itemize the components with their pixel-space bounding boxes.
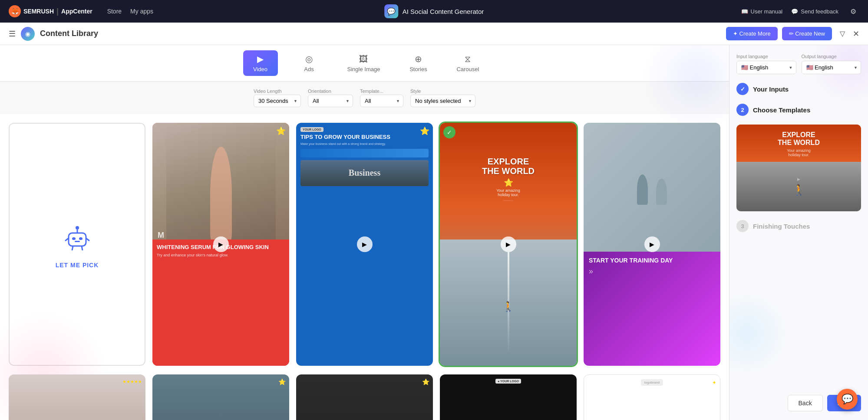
user-manual-label: User manual	[751, 8, 783, 15]
style-select[interactable]: No styles selected Modern Classic Minima…	[410, 95, 475, 107]
play-button-explore[interactable]: ▶	[501, 236, 516, 252]
template-card-red[interactable]: ⭐ ● ▶ M WHITENING SERUM FOR G	[152, 123, 289, 366]
output-language-select-wrapper: 🇺🇸 English 🇫🇷 French 🇩🇪 German	[802, 61, 861, 74]
top-nav: 🦊 SEMRUSH | AppCenter Store My apps 💬 AI…	[0, 0, 868, 23]
preview-inner: ExploreThe World Your amazingholiday tou…	[736, 125, 861, 211]
stories-tab-label: Stories	[409, 66, 427, 72]
style-filter: Style No styles selected Modern Classic …	[410, 89, 475, 107]
step-1-title: Your Inputs	[753, 85, 789, 93]
person-body	[210, 147, 232, 242]
minimal-logo-badge: logobrand	[641, 379, 663, 386]
appcenter-label: AppCenter	[61, 8, 92, 15]
close-icon[interactable]: ✕	[853, 29, 859, 39]
explore-star: ⭐	[440, 178, 577, 187]
app-title: AI Social Content Generator	[403, 8, 484, 15]
user-manual-btn[interactable]: 📖 User manual	[741, 8, 783, 15]
filter-icon[interactable]: ▽	[840, 30, 845, 38]
play-button[interactable]: ▶	[213, 236, 229, 252]
template-card-explore[interactable]: ✓ ▶ ExploreThe World ⭐ Your amazingholid…	[440, 123, 577, 366]
tab-video[interactable]: ▶ Video	[243, 50, 278, 76]
preview-top: ExploreThe World Your amazingholiday tou…	[736, 125, 861, 164]
step-1-circle: ✓	[736, 83, 749, 95]
fashion-stars: ★★★★★	[122, 377, 142, 385]
store-link[interactable]: Store	[107, 8, 122, 15]
settings-icon[interactable]: ⚙	[847, 5, 859, 17]
orientation-filter: Orientation All Portrait Landscape Squar…	[308, 89, 353, 107]
let-me-pick-label: LET ME PICK	[56, 262, 99, 269]
svg-rect-0	[69, 233, 86, 246]
input-language-select[interactable]: 🇺🇸 English 🇫🇷 French 🇩🇪 German	[736, 61, 796, 74]
video-length-select[interactable]: 30 Seconds 15 Seconds 60 Seconds	[254, 95, 301, 107]
explore-desc: Your amazingholiday tour.	[440, 188, 577, 197]
training-overlay: START your training day »	[584, 252, 720, 366]
svg-line-8	[72, 246, 73, 250]
play-button-blue[interactable]: ▶	[357, 236, 373, 252]
template-card-special-price[interactable]: ● YOUR LOGO SPECIAL PRICE	[440, 374, 577, 420]
content-area: ▶ Video ◎ Ads 🖼 Single Image ⊕ Stories ⧖…	[0, 45, 729, 420]
video-length-label: Video Length	[254, 89, 301, 94]
let-me-pick-card[interactable]: LET ME PICK	[9, 123, 145, 366]
carousel-tab-label: Carousel	[456, 66, 479, 72]
business-title: TIPS TO GROW YOUR BUSINESS	[296, 134, 433, 141]
selected-template-preview[interactable]: ExploreThe World Your amazingholiday tou…	[736, 125, 861, 211]
orientation-select-wrapper: All Portrait Landscape Square	[308, 95, 353, 107]
your-logo-special: ● YOUR LOGO	[495, 379, 521, 384]
preview-person: 🚶	[792, 184, 805, 196]
template-label: Template...	[360, 89, 403, 94]
video-tab-label: Video	[253, 66, 267, 72]
nav-center: 💬 AI Social Content Generator	[384, 4, 484, 18]
template-select[interactable]: All Business Fashion Travel	[360, 95, 403, 107]
people-silhouettes	[637, 174, 667, 205]
page-title: Content Library	[40, 29, 98, 38]
tab-carousel[interactable]: ⧖ Carousel	[449, 51, 486, 76]
template-card-nature[interactable]: ⭐	[152, 374, 289, 420]
filter-bar: Video Length 30 Seconds 15 Seconds 60 Se…	[0, 82, 729, 114]
road-content: 🚶	[440, 240, 577, 366]
input-language-group: Input language 🇺🇸 English 🇫🇷 French 🇩🇪 G…	[736, 54, 796, 74]
card-header: YOUR LOGO	[296, 123, 433, 134]
tab-stories[interactable]: ⊕ Stories	[401, 50, 436, 76]
orange-star: ⭐	[278, 378, 286, 385]
style-select-wrapper: No styles selected Modern Classic Minima…	[410, 95, 475, 107]
send-feedback-label: Send feedback	[801, 8, 838, 15]
newspaper-text: Business	[349, 168, 380, 178]
preview-play: ▶	[792, 177, 805, 181]
star-badge: ⭐	[276, 126, 286, 136]
star-badge-blue: ⭐	[420, 126, 429, 136]
training-title: START your training day	[589, 257, 715, 264]
create-new-button[interactable]: ✏ Create New	[782, 27, 832, 40]
semrush-logo[interactable]: 🦊 SEMRUSH | AppCenter	[9, 5, 92, 17]
orientation-label: Orientation	[308, 89, 353, 94]
card-text-area: WHITENING SERUM FOR GLOWING SKIN Try and…	[152, 240, 289, 366]
nav-links: Store My apps	[107, 8, 153, 15]
my-apps-link[interactable]: My apps	[130, 8, 153, 15]
template-card-training[interactable]: E ▶ START your training day »	[584, 123, 720, 366]
tab-bar: ▶ Video ◎ Ads 🖼 Single Image ⊕ Stories ⧖…	[0, 45, 729, 82]
output-language-label: Output language	[802, 54, 861, 59]
explore-title: ExploreThe World	[440, 157, 577, 176]
output-language-select[interactable]: 🇺🇸 English 🇫🇷 French 🇩🇪 German	[802, 61, 861, 74]
training-chevrons: »	[589, 267, 715, 276]
create-more-button[interactable]: ✦ Create More	[726, 27, 778, 40]
card-photo-area: M	[152, 123, 289, 244]
send-feedback-btn[interactable]: 💬 Send feedback	[791, 8, 838, 15]
back-button[interactable]: Back	[788, 395, 823, 411]
hamburger-menu[interactable]: ☰	[9, 29, 16, 39]
orientation-select[interactable]: All Portrait Landscape Square	[308, 95, 353, 107]
template-card-blue[interactable]: ⭐ ▶ YOUR LOGO TIPS TO GROW YOUR BUSINESS…	[296, 123, 433, 366]
tab-ads[interactable]: ◎ Ads	[292, 50, 327, 76]
feedback-icon: 💬	[791, 8, 798, 15]
newspaper-area: Business	[300, 160, 429, 186]
second-bar: ☰ ◉ Content Library ✦ Create More ✏ Crea…	[0, 23, 868, 45]
brand-logo: M	[158, 231, 164, 240]
video-tab-icon: ▶	[257, 54, 264, 64]
input-language-select-wrapper: 🇺🇸 English 🇫🇷 French 🇩🇪 German	[736, 61, 796, 74]
tab-single-image[interactable]: 🖼 Single Image	[340, 51, 387, 76]
template-card-dark[interactable]: ⭐ ◼	[296, 374, 433, 420]
chat-bubble-button[interactable]: 💬	[837, 389, 858, 410]
template-card-fashion[interactable]: www.loremipsum.com ★★★★★	[9, 374, 145, 420]
ads-tab-label: Ads	[304, 66, 314, 72]
template-card-minimal[interactable]: logobrand ✦	[584, 374, 720, 420]
sidebar-bg-blob-2	[729, 290, 790, 377]
play-button-training[interactable]: ▶	[644, 236, 660, 252]
